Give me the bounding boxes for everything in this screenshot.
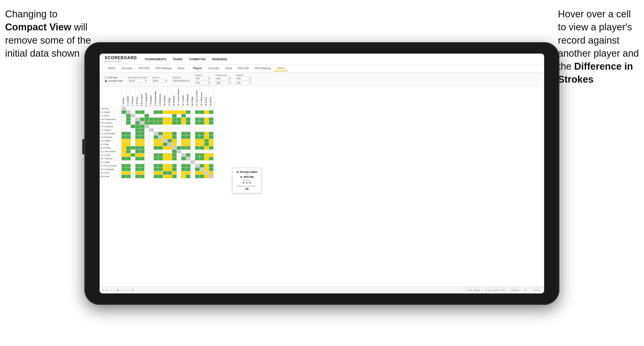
cell-r13-c14[interactable]: [181, 150, 186, 153]
cell-r13-c16[interactable]: [191, 150, 195, 153]
cell-r3-c1[interactable]: [122, 114, 126, 118]
cell-r7-c6[interactable]: [145, 128, 149, 132]
cell-r15-c7[interactable]: [149, 157, 154, 160]
cell-r1-c2[interactable]: [126, 107, 131, 110]
cell-r17-c8[interactable]: [154, 164, 158, 168]
cell-r1-c20[interactable]: [209, 107, 214, 110]
cell-r1-c9[interactable]: [158, 107, 163, 110]
region-select-2[interactable]: N/A ▾: [195, 81, 210, 84]
toolbar-save-custom[interactable]: ⊕ Save Custom View: [484, 288, 507, 292]
cell-r18-c18[interactable]: [200, 168, 204, 171]
cell-r5-c16[interactable]: [191, 121, 195, 125]
matrix-container[interactable]: 1. W Ding 2. L Clanton 3. J Kolvun 4. M …: [100, 86, 544, 286]
toolbar-info[interactable]: ⓘ: [132, 289, 134, 291]
cell-r6-c6[interactable]: [145, 125, 149, 128]
cell-r4-c13[interactable]: [177, 118, 181, 121]
cell-r11-c18[interactable]: [200, 143, 204, 146]
cell-r5-c4[interactable]: [135, 121, 140, 125]
cell-r20-c1[interactable]: [122, 175, 126, 178]
cell-r12-c16[interactable]: [191, 146, 195, 150]
cell-r14-c10[interactable]: [163, 153, 168, 157]
cell-r10-c15[interactable]: [186, 139, 191, 143]
cell-r4-c3[interactable]: [131, 118, 135, 121]
cell-r2-c5[interactable]: [140, 110, 145, 114]
cell-r13-c8[interactable]: [154, 150, 158, 153]
cell-r4-c14[interactable]: [181, 118, 186, 121]
cell-r8-c20[interactable]: [209, 132, 214, 135]
cell-r7-c8[interactable]: [154, 128, 158, 132]
cell-r11-c1[interactable]: [122, 143, 126, 146]
cell-r3-c20[interactable]: [209, 114, 214, 118]
cell-r18-c20[interactable]: [209, 168, 214, 171]
cell-r1-c3[interactable]: [131, 107, 135, 110]
nav-rankings[interactable]: RANKINGS: [212, 57, 227, 61]
cell-r15-c3[interactable]: [131, 157, 135, 160]
cell-r11-c15[interactable]: [186, 143, 191, 146]
players-select-2[interactable]: (All) ▾: [236, 81, 251, 84]
cell-r7-c16[interactable]: [191, 128, 195, 132]
cell-r1-c17[interactable]: [195, 107, 200, 110]
cell-r7-c14[interactable]: [181, 128, 186, 132]
cell-r16-c4[interactable]: [135, 160, 140, 164]
cell-r7-c17[interactable]: [195, 128, 200, 132]
cell-r19-c11[interactable]: [168, 171, 172, 175]
cell-r9-c16[interactable]: [191, 135, 195, 139]
cell-r7-c10[interactable]: [163, 128, 168, 132]
cell-r15-c4[interactable]: [135, 157, 140, 160]
cell-r9-c13[interactable]: [177, 135, 181, 139]
cell-r17-c18[interactable]: [200, 164, 204, 168]
subnav-h2h-grid-right[interactable]: H2H Grid: [235, 66, 252, 71]
cell-r10-c5[interactable]: [140, 139, 145, 143]
cell-r9-c14[interactable]: [181, 135, 186, 139]
cell-r8-c6[interactable]: [145, 132, 149, 135]
cell-r17-c1[interactable]: [122, 164, 126, 168]
toolbar-view-original[interactable]: ⊙ View: Original: [464, 288, 482, 292]
cell-r15-c15[interactable]: [186, 157, 191, 160]
region-select[interactable]: N/A ▾: [195, 77, 210, 80]
toolbar-watch[interactable]: ◎ Watch ▾: [509, 288, 521, 292]
cell-r14-c2[interactable]: [126, 153, 131, 157]
cell-r2-c20[interactable]: [209, 110, 214, 114]
cell-r18-c4[interactable]: [135, 168, 140, 171]
cell-r4-c11[interactable]: [168, 118, 172, 121]
cell-r8-c5[interactable]: [140, 132, 145, 135]
cell-r1-c15[interactable]: [186, 107, 191, 110]
cell-r19-c3[interactable]: [131, 171, 135, 175]
cell-r19-c10[interactable]: [163, 171, 168, 175]
cell-r1-c6[interactable]: [145, 107, 149, 110]
cell-r16-c6[interactable]: [145, 160, 149, 164]
cell-r8-c8[interactable]: [154, 132, 158, 135]
cell-r18-c19[interactable]: [204, 168, 209, 171]
cell-r12-c11[interactable]: [168, 146, 172, 150]
cell-r11-c3[interactable]: [131, 143, 135, 146]
cell-r5-c12[interactable]: [172, 121, 177, 125]
cell-r11-c8[interactable]: [154, 143, 158, 146]
cell-r8-c7[interactable]: [149, 132, 154, 135]
cell-r20-c14[interactable]: [181, 175, 186, 178]
cell-r1-c14[interactable]: [181, 107, 186, 110]
cell-r20-c7[interactable]: [149, 175, 154, 178]
cell-r20-c11[interactable]: [168, 175, 172, 178]
cell-r2-c17[interactable]: [195, 110, 200, 114]
cell-r17-c11[interactable]: [168, 164, 172, 168]
cell-r10-c3[interactable]: [131, 139, 135, 143]
cell-r4-c20[interactable]: [209, 118, 214, 121]
cell-r12-c2[interactable]: [126, 146, 131, 150]
cell-r3-c2[interactable]: [126, 114, 131, 118]
cell-r8-c4[interactable]: [135, 132, 140, 135]
max-players-select[interactable]: Top 25 ▾: [128, 79, 147, 82]
cell-r2-c13[interactable]: [177, 110, 181, 114]
cell-r4-c8[interactable]: [154, 118, 158, 121]
cell-r1-c5[interactable]: [140, 107, 145, 110]
cell-r2-c10[interactable]: [163, 110, 168, 114]
cell-r18-c9[interactable]: [158, 168, 163, 171]
cell-r14-c4[interactable]: [135, 153, 140, 157]
cell-r15-c14[interactable]: [181, 157, 186, 160]
cell-r11-c19[interactable]: [204, 143, 209, 146]
cell-r1-c19[interactable]: [204, 107, 209, 110]
cell-r5-c13[interactable]: [177, 121, 181, 125]
cell-r6-c14[interactable]: [181, 125, 186, 128]
cell-r16-c2[interactable]: [126, 160, 131, 164]
cell-r16-c15[interactable]: [186, 160, 191, 164]
cell-r6-c11[interactable]: [168, 125, 172, 128]
